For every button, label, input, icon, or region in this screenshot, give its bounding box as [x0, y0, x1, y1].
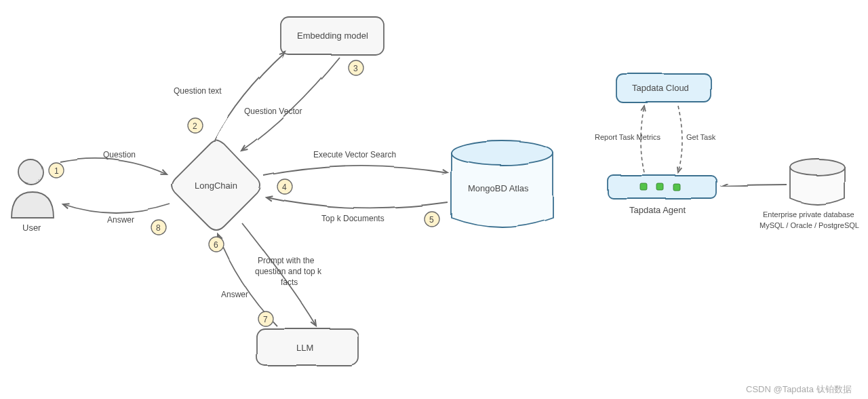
label-topk-docs: Top k Documents [321, 214, 384, 223]
arrow-question-text [214, 52, 285, 140]
badge-5: 5 [425, 212, 439, 227]
label-question: Question [103, 150, 136, 159]
label-exec-vector-search: Execute Vector Search [313, 150, 396, 159]
badge-3: 3 [349, 60, 363, 75]
longchain-label: LongChain [195, 180, 237, 191]
svg-rect-6 [640, 183, 647, 190]
svg-rect-7 [656, 183, 663, 190]
svg-text:1: 1 [54, 166, 59, 176]
badge-4: 4 [277, 179, 292, 194]
label-report: Report Task Metrics [595, 133, 660, 141]
svg-text:3: 3 [353, 64, 358, 73]
svg-text:5: 5 [429, 215, 434, 225]
watermark: CSDN @Tapdata 钛铂数据 [746, 384, 852, 394]
arrow-answer-user [62, 204, 170, 212]
label-prompt-2: question and top k [255, 267, 322, 276]
badge-8: 8 [151, 220, 166, 235]
label-answer-user: Answer [107, 215, 134, 225]
enterprise-db-node [790, 159, 844, 204]
badge-1: 1 [49, 163, 64, 178]
label-answer-llm: Answer [221, 290, 248, 299]
tapdata-agent-node [608, 175, 716, 198]
enterprise-db-label-2: MySQL / Oracle / PostgreSQL [760, 221, 859, 229]
arrow-question [60, 158, 166, 174]
llm-label: LLM [296, 343, 313, 353]
svg-point-0 [18, 159, 43, 184]
badge-7: 7 [258, 311, 273, 326]
arrow-get-task [678, 106, 682, 172]
label-question-text: Question text [174, 86, 222, 96]
user-icon [11, 159, 53, 217]
badge-6: 6 [209, 237, 224, 252]
embedding-label: Embedding model [297, 31, 368, 41]
svg-text:8: 8 [156, 223, 161, 233]
arrow-question-vector [241, 57, 339, 151]
label-get-task: Get Task [686, 133, 716, 141]
svg-point-9 [790, 159, 844, 175]
svg-text:4: 4 [282, 183, 287, 192]
enterprise-db-label-1: Enterprise private database [763, 210, 854, 218]
label-prompt-1: Prompt with the [258, 256, 315, 265]
arrow-exec-vector-search [263, 166, 448, 175]
tapdata-agent-label: Tapdata Agent [629, 205, 686, 215]
svg-text:6: 6 [214, 240, 218, 250]
badge-2: 2 [188, 118, 203, 133]
tapdata-cloud-label: Tapdata Cloud [632, 83, 689, 93]
label-question-vector: Question Vector [244, 107, 302, 116]
svg-text:2: 2 [193, 121, 197, 131]
svg-text:7: 7 [263, 315, 268, 324]
arrow-db-to-agent [722, 185, 787, 186]
svg-rect-8 [673, 183, 679, 190]
user-label: User [22, 223, 41, 233]
svg-point-2 [451, 140, 553, 165]
mongo-label: MongoBD Atlas [468, 183, 529, 193]
arrow-topk-docs [266, 197, 448, 208]
label-prompt-3: facts [281, 278, 298, 287]
